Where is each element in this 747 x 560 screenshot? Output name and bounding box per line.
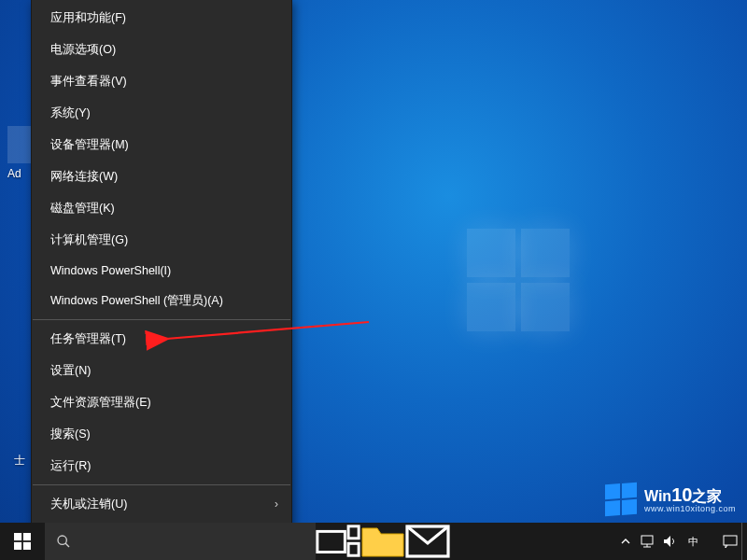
- search-icon: [56, 534, 71, 549]
- tray-ime-icon[interactable]: 中: [682, 523, 704, 560]
- ctx-item[interactable]: Windows PowerShell (管理员)(A): [32, 285, 291, 316]
- watermark-logo-icon: [605, 483, 637, 516]
- desktop-icon-partial[interactable]: Ad: [7, 126, 31, 180]
- svg-rect-4: [14, 542, 21, 550]
- chevron-right-icon: ›: [275, 497, 278, 511]
- watermark-text-big: 10: [671, 484, 692, 505]
- ctx-item[interactable]: 关机或注销(U)›: [32, 488, 291, 520]
- watermark-text-suffix: 之家: [692, 488, 722, 504]
- svg-rect-12: [641, 536, 653, 544]
- ctx-item[interactable]: 系统(Y): [32, 97, 291, 129]
- menu-separator: [33, 484, 290, 485]
- ctx-item[interactable]: 设置(N): [32, 355, 291, 386]
- menu-separator: [33, 319, 290, 320]
- ctx-item[interactable]: 计算机管理(G): [32, 224, 291, 256]
- notification-icon: [723, 535, 738, 548]
- svg-rect-5: [23, 542, 31, 550]
- svg-rect-2: [14, 533, 21, 540]
- svg-rect-9: [348, 525, 359, 538]
- svg-line-7: [65, 543, 69, 547]
- volume-icon: [663, 535, 678, 548]
- show-desktop-button[interactable]: [741, 523, 747, 560]
- windows-logo-graphic: [467, 229, 579, 341]
- task-view-icon: [316, 525, 360, 559]
- svg-rect-3: [23, 533, 31, 540]
- ctx-item[interactable]: 运行(R): [32, 450, 291, 482]
- taskbar-app-mail[interactable]: [405, 523, 450, 560]
- ctx-item[interactable]: Windows PowerShell(I): [32, 256, 291, 285]
- chevron-up-icon: [621, 537, 630, 546]
- watermark-text-prefix: Win: [644, 488, 671, 504]
- watermark: Win10之家 www.win10xitong.com: [605, 483, 736, 515]
- svg-point-6: [58, 536, 66, 544]
- desktop-icon-partial-2[interactable]: [16, 343, 25, 417]
- ctx-item[interactable]: 事件查看器(V): [32, 65, 291, 97]
- winx-context-menu: 应用和功能(F)电源选项(O)事件查看器(V)系统(Y)设备管理器(M)网络连接…: [31, 0, 292, 556]
- folder-icon: [360, 523, 405, 560]
- system-tray: 中: [614, 523, 747, 560]
- taskbar-app-explorer[interactable]: [360, 523, 405, 560]
- ctx-item[interactable]: 网络连接(W): [32, 161, 291, 192]
- network-icon: [641, 535, 655, 548]
- action-center-button[interactable]: [719, 523, 741, 560]
- ctx-item[interactable]: 应用和功能(F): [32, 2, 291, 34]
- tray-overflow-button[interactable]: [614, 523, 637, 560]
- svg-rect-10: [348, 543, 359, 555]
- ctx-item[interactable]: 磁盘管理(K): [32, 192, 291, 224]
- ctx-item[interactable]: 设备管理器(M): [32, 129, 291, 161]
- tray-network-icon[interactable]: [637, 523, 659, 560]
- desktop-icon-label: Ad: [7, 167, 21, 180]
- ctx-item[interactable]: 文件资源管理器(E): [32, 386, 291, 418]
- windows-icon: [14, 533, 31, 550]
- start-button[interactable]: [0, 523, 45, 560]
- ctx-item[interactable]: 任务管理器(T): [32, 323, 291, 355]
- ctx-item[interactable]: 电源选项(O): [32, 34, 291, 65]
- desktop-icon-label-2: 士: [14, 453, 25, 469]
- taskbar-search[interactable]: [45, 523, 316, 560]
- tray-volume-icon[interactable]: [659, 523, 682, 560]
- svg-rect-15: [724, 536, 737, 545]
- mail-icon: [405, 525, 450, 558]
- watermark-url: www.win10xitong.com: [644, 505, 736, 513]
- ctx-item[interactable]: 搜索(S): [32, 418, 291, 450]
- task-view-button[interactable]: [316, 523, 360, 560]
- svg-rect-8: [317, 531, 345, 552]
